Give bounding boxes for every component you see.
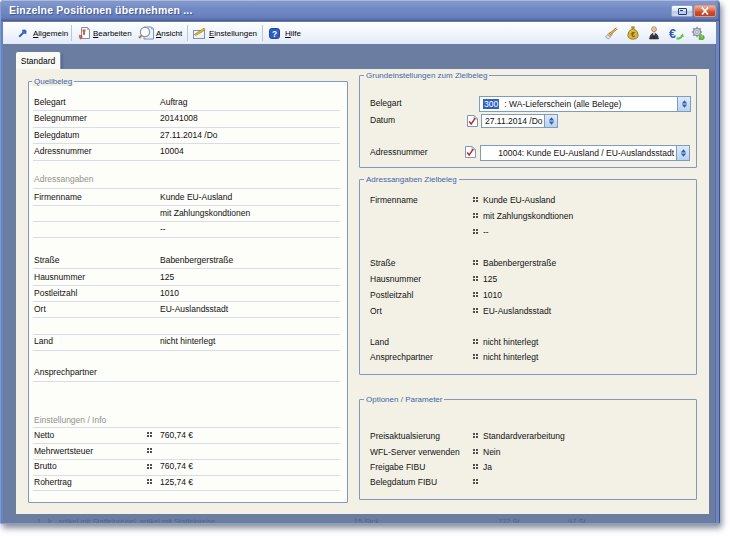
svg-text:€: € <box>669 27 676 40</box>
svg-text:?: ? <box>272 28 277 38</box>
